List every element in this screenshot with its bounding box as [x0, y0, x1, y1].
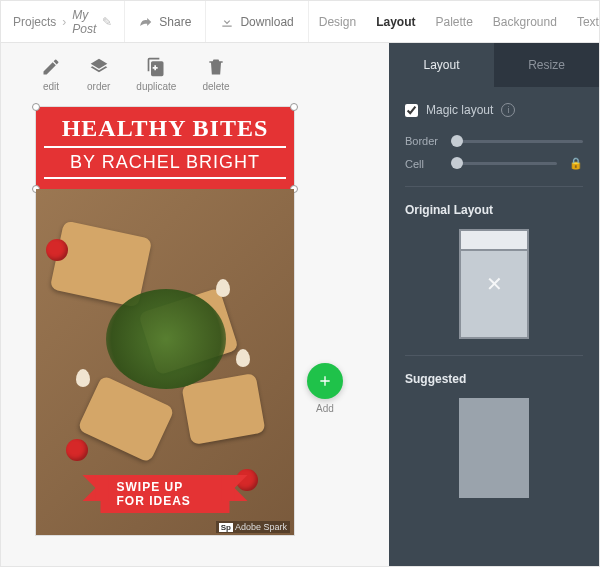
- add-label: Add: [316, 403, 334, 414]
- top-bar: Projects › My Post ✎ Share Download Desi…: [1, 1, 599, 43]
- canvas-post[interactable]: HEALTHY BITES BY RACHEL BRIGHT SWIPE UP …: [35, 106, 295, 536]
- tab-background[interactable]: Background: [483, 1, 567, 42]
- trash-icon: [206, 57, 226, 77]
- delete-tool[interactable]: delete: [202, 57, 229, 92]
- share-icon: [139, 15, 153, 29]
- canvas-area: edit order duplicate delete HEALTHY BITE…: [1, 43, 389, 566]
- slider-thumb[interactable]: [451, 157, 463, 169]
- breadcrumb-root[interactable]: Projects: [13, 15, 56, 29]
- post-image[interactable]: SWIPE UP FOR IDEAS SpAdobe Spark: [36, 189, 294, 535]
- watermark-text: Adobe Spark: [235, 522, 287, 532]
- panel-body: Magic layout i Border Cell 🔒 Original La…: [389, 87, 599, 566]
- original-layout-title: Original Layout: [405, 203, 583, 217]
- watermark-badge: Sp: [219, 523, 233, 532]
- plus-icon: [317, 373, 333, 389]
- shuffle-icon: ✕: [486, 272, 503, 296]
- order-tool[interactable]: order: [87, 57, 110, 92]
- magic-layout-row: Magic layout i: [405, 103, 583, 117]
- add-fab: Add: [307, 363, 343, 414]
- watermark: SpAdobe Spark: [216, 521, 290, 533]
- edit-tool[interactable]: edit: [41, 57, 61, 92]
- ribbon-banner: SWIPE UP FOR IDEAS: [101, 475, 230, 513]
- post-title: HEALTHY BITES: [44, 115, 286, 142]
- layers-icon: [89, 57, 109, 77]
- title-block[interactable]: HEALTHY BITES BY RACHEL BRIGHT: [36, 107, 294, 189]
- tool-label: edit: [43, 81, 59, 92]
- info-icon[interactable]: i: [501, 103, 515, 117]
- border-slider-row: Border: [405, 135, 583, 147]
- duplicate-icon: [146, 57, 166, 77]
- border-slider[interactable]: [451, 140, 583, 143]
- original-layout-thumb[interactable]: ✕: [459, 229, 529, 339]
- tool-label: order: [87, 81, 110, 92]
- tab-text[interactable]: Text: [567, 1, 600, 42]
- download-icon: [220, 15, 234, 29]
- panel-tab-resize[interactable]: Resize: [494, 43, 599, 87]
- cell-slider-row: Cell 🔒: [405, 157, 583, 170]
- panel-tab-layout[interactable]: Layout: [389, 43, 494, 87]
- download-button[interactable]: Download: [206, 1, 308, 42]
- tool-label: duplicate: [136, 81, 176, 92]
- selection-handle[interactable]: [290, 103, 298, 111]
- share-label: Share: [159, 15, 191, 29]
- tab-design[interactable]: Design: [309, 1, 366, 42]
- suggested-title: Suggested: [405, 372, 583, 386]
- lock-icon[interactable]: 🔒: [569, 157, 583, 170]
- suggested-layout-thumb[interactable]: [459, 398, 529, 498]
- selection-handle[interactable]: [32, 103, 40, 111]
- cell-label: Cell: [405, 158, 441, 170]
- breadcrumb-current[interactable]: My Post: [72, 8, 96, 36]
- download-label: Download: [240, 15, 293, 29]
- pencil-icon: [41, 57, 61, 77]
- cell-slider[interactable]: [451, 162, 557, 165]
- layout-thumb-bar: [461, 231, 527, 251]
- add-button[interactable]: [307, 363, 343, 399]
- tab-layout[interactable]: Layout: [366, 1, 425, 42]
- duplicate-tool[interactable]: duplicate: [136, 57, 176, 92]
- tab-palette[interactable]: Palette: [425, 1, 482, 42]
- tool-row: edit order duplicate delete: [41, 57, 389, 92]
- share-button[interactable]: Share: [125, 1, 206, 42]
- post-subtitle: BY RACHEL BRIGHT: [44, 146, 286, 179]
- magic-layout-checkbox[interactable]: [405, 104, 418, 117]
- pencil-icon[interactable]: ✎: [102, 15, 112, 29]
- tool-label: delete: [202, 81, 229, 92]
- top-tabs: Design Layout Palette Background Text: [309, 1, 600, 42]
- divider: [405, 355, 583, 356]
- side-panel: Layout Resize Magic layout i Border Cell…: [389, 43, 599, 566]
- border-label: Border: [405, 135, 441, 147]
- breadcrumb: Projects › My Post ✎: [1, 1, 125, 42]
- divider: [405, 186, 583, 187]
- slider-thumb[interactable]: [451, 135, 463, 147]
- magic-layout-label: Magic layout: [426, 103, 493, 117]
- chevron-right-icon: ›: [62, 15, 66, 29]
- panel-tabs: Layout Resize: [389, 43, 599, 87]
- workspace: edit order duplicate delete HEALTHY BITE…: [1, 43, 599, 566]
